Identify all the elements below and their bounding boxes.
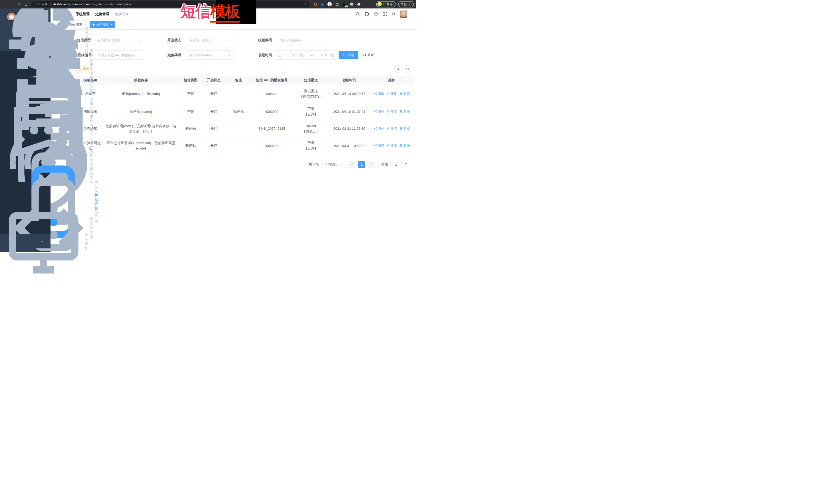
table-cell: 4383920 [251,103,292,120]
yuque-extension-icon[interactable]: y [327,2,332,6]
edit-action-link[interactable]: 修改 [387,91,397,96]
chevron-down-icon [41,240,44,243]
breadcrumb-separator: / [92,12,93,16]
created-cell: 2021-04-13 00:29:53 [330,85,369,103]
profile-avatar [377,2,382,6]
channel-select[interactable]: 请选择短信渠道 [186,50,234,60]
test-action-link[interactable]: 测试 [374,143,384,148]
search-icon [343,54,346,57]
share-icon [374,127,377,130]
gem-extension-icon[interactable]: ◆ [321,2,324,7]
pagination: 共 4 条 10条/页 1 前往 页 [309,161,408,168]
test-action-link[interactable]: 测试 [374,91,384,96]
table-cell: 开启 [202,120,225,137]
share-icon [374,110,377,113]
actions-cell: 测试修改删除 [369,103,414,120]
chevron-down-icon [137,39,141,42]
tab-close-icon[interactable]: × [111,23,112,26]
prev-page-button[interactable] [349,161,356,168]
table-cell: 开启 [202,85,225,103]
chevron-down-icon [228,39,231,42]
list-extension-icon[interactable]: on [342,3,347,6]
chevron-down-icon [339,163,342,166]
channel-cell: Ballcat【阿里云】 [292,120,330,137]
template-table: 模板编码模板名称模板内容短信类型开启状态备注短信 API 的模板编号短信渠道创建… [56,76,414,154]
delete-action-link[interactable]: 删除 [400,91,410,96]
current-page-button[interactable]: 1 [358,161,365,168]
bookmark-star-icon[interactable]: ☆ [304,2,307,6]
actions-cell: 测试修改删除 [369,120,414,137]
delete-action-link[interactable]: 删除 [400,109,410,114]
avatar-caret-icon[interactable] [410,13,412,16]
table-cell [225,85,251,103]
table-cell: SMS_207945135 [251,120,292,137]
tab-短信模板[interactable]: 短信模板× [90,21,115,28]
action-label: 测试 [378,91,384,96]
tab-label: 短信模板 [96,23,109,27]
table-cell: 4383920 [251,137,292,154]
status-select[interactable]: 请选择开启状态 [186,35,234,45]
refresh-button[interactable] [404,65,411,73]
extensions-puzzle-icon[interactable] [357,2,361,6]
help-icon[interactable]: ? [374,12,378,16]
edit-icon [387,92,390,95]
edit-action-link[interactable]: 修改 [387,126,397,131]
delete-action-link[interactable]: 删除 [400,126,410,131]
sms-type-select[interactable]: 请选择短信类型 [94,35,143,45]
table-cell: 开启 [202,103,225,120]
next-page-button[interactable] [368,161,375,168]
table-row: test-01测试模板哈哈哈 {name}营销开启f哈哈哈4383920芋道【云… [56,103,414,120]
column-header: 备注 [225,76,251,85]
action-label: 修改 [390,109,397,114]
page-size-select[interactable]: 10条/页 [322,161,346,168]
monkey-extension-icon[interactable] [350,3,354,6]
search-icon[interactable] [355,12,360,16]
sidebar-item-label: 短信日志 [95,206,98,224]
template-code-input[interactable] [275,35,324,45]
actions-cell: 测试修改删除 [369,137,414,154]
column-header: 短信 API 的模板编号 [251,76,292,85]
browser-back-icon[interactable]: ← [3,2,9,7]
edit-action-link[interactable]: 修改 [387,109,397,114]
action-label: 测试 [378,126,384,131]
github-icon[interactable] [364,12,369,16]
header-tools: ? tT [355,10,412,18]
grid-extension-icon[interactable] [335,3,339,6]
test-action-link[interactable]: 测试 [374,109,384,114]
user-avatar[interactable] [400,10,407,18]
edit-action-link[interactable]: 修改 [387,143,397,148]
table-cell: 营销 [180,85,202,103]
sidebar-item-基础设施[interactable]: 基础设施 [0,234,50,248]
browser-forward-icon[interactable]: → [9,2,16,7]
table-cell: 验证码 [180,137,202,154]
breadcrumb-item[interactable]: 短信管理 [95,12,109,17]
font-size-icon[interactable]: tT [392,12,395,16]
action-label: 修改 [390,126,397,131]
browser-menu-icon[interactable]: ⋮ [408,2,411,6]
toggle-search-button[interactable] [394,65,402,73]
created-cell: 2021-03-31 11:56:30 [330,120,369,137]
test-action-link[interactable]: 测试 [374,126,384,131]
browser-home-icon[interactable]: ⌂ [23,2,29,7]
trash-icon [400,110,403,113]
reset-button[interactable]: 重置 [360,51,376,59]
fullscreen-icon[interactable] [383,12,387,16]
page-unit-label: 页 [404,162,408,167]
ring-extension-icon[interactable] [314,3,317,6]
search-button[interactable]: 搜索 [339,51,358,59]
api-template-id-input[interactable] [94,50,143,60]
table-row: test-04测试下老鸡{name}，牛逼{code}营销开启suibian测试… [56,85,414,103]
refresh-icon [363,54,366,57]
browser-update-button[interactable]: 更新 ⋮ [398,1,414,7]
created-cell: 2021-03-31 10:49:38 [330,137,369,154]
profile-paused-chip[interactable]: 已暂停 [376,1,396,7]
active-tab-dot [93,24,95,26]
browser-reload-icon[interactable]: ⟳ [16,2,23,7]
table-cell: 哈哈哈 {name} [102,103,180,120]
table-cell: 验证码 [180,120,202,137]
address-bar[interactable]: ⚠ 不安全 dashboard.yudao.iocoder.cn/system/… [31,1,310,7]
goto-page-input[interactable] [390,161,402,168]
security-warning[interactable]: ⚠ 不安全 [34,2,48,6]
create-time-range-picker[interactable]: 开始日期 - 结束日期 [275,50,337,60]
delete-action-link[interactable]: 删除 [400,143,410,148]
